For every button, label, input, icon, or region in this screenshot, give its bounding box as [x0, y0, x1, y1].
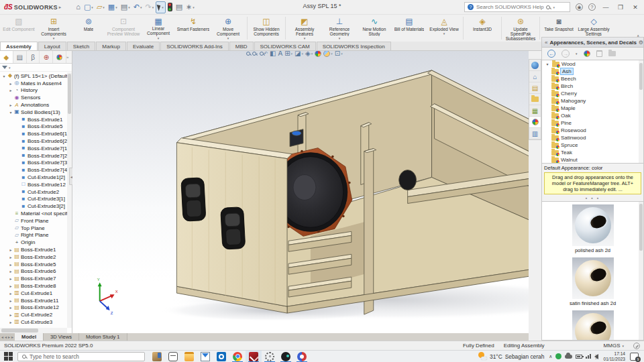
material-item-teak[interactable]: Teak [542, 149, 643, 156]
appearance-thumbnail-satin-finished-ash-2d[interactable]: satin finished ash 2d [542, 257, 643, 306]
forward-button[interactable]: → [561, 50, 570, 58]
help-search-input[interactable]: ? Search SOLIDWORKS Help ▾ [464, 2, 570, 12]
tray-chevron-icon[interactable]: ∧ [549, 354, 552, 359]
appearance-tree-scrollbar[interactable] [639, 60, 643, 163]
tray-antivirus-icon[interactable] [555, 353, 561, 359]
tree-horizontal-scrollbar[interactable] [0, 328, 67, 333]
tree-item-boss-extrude12[interactable]: ▸▤Boss-Extrude12 [0, 304, 67, 312]
outlook-taskbar-icon[interactable] [213, 351, 229, 362]
open-folder-icon[interactable] [608, 51, 616, 56]
tree-vertical-scrollbar[interactable] [67, 72, 72, 328]
material-folder-wood[interactable]: ▾Wood [542, 60, 643, 68]
ribbon-linear-component-pattern-button[interactable]: ▦Linear Component Pattern▾ [141, 15, 176, 41]
expander-icon[interactable]: ▸ [8, 262, 13, 267]
save-button[interactable]: ▦▾ [107, 1, 119, 13]
redo-button[interactable]: ↷▾ [144, 1, 155, 13]
displaymanager-tab[interactable] [53, 51, 66, 63]
start-button[interactable] [3, 351, 13, 362]
tree-item-cut-extrude1-2[interactable]: ■Cut-Extrude1[2] [0, 174, 67, 181]
tree-item-boss-extrude2[interactable]: ▸▤Boss-Extrude2 [0, 253, 67, 261]
ribbon-bill-of-materials-button[interactable]: ▤Bill of Materials [392, 15, 427, 41]
settings-taskbar-icon[interactable] [262, 351, 278, 362]
search-icon[interactable] [546, 5, 550, 9]
design-library-icon[interactable]: ▤ [529, 82, 541, 94]
expander-icon[interactable]: ▸ [8, 291, 13, 296]
ribbon-show-hidden-components-button[interactable]: ◫Show Hidden Components [249, 15, 284, 41]
tray-wifi-icon[interactable] [586, 354, 591, 359]
tab-markup[interactable]: Markup [96, 42, 126, 50]
ribbon-mate-button[interactable]: ⊚Mate [71, 15, 106, 41]
speaker-box-model[interactable]: Y X Z [72, 51, 529, 339]
ribbon-move-component-button[interactable]: ⊕Move Component▾ [211, 15, 246, 41]
units-selector[interactable]: MMGS▾ [604, 343, 624, 349]
tree-item-sensors[interactable]: ◉Sensors [0, 94, 67, 101]
undo-button[interactable]: ↶▾ [132, 1, 144, 13]
tray-battery-icon[interactable] [576, 355, 582, 359]
expander-icon[interactable]: ▸ [8, 81, 13, 86]
expand-pane-icon[interactable]: « [545, 40, 547, 46]
expander-icon[interactable]: ▸ [8, 255, 13, 259]
tree-item-boss-extrude6[interactable]: ▸▤Boss-Extrude6 [0, 268, 67, 276]
tree-item-boss-extrude5[interactable]: ■Boss-Extrude5 [0, 123, 67, 131]
ribbon-reference-geometry-button[interactable]: ⊥Reference Geometry▾ [322, 15, 357, 41]
ribbon-insert-components-button[interactable]: ⊞Insert Components▾ [36, 15, 71, 41]
home-button[interactable]: ⌂ [74, 1, 82, 13]
ribbon-edit-component-button[interactable]: ▧Edit Component [1, 15, 36, 41]
file-properties-button[interactable]: ▤ [174, 1, 184, 13]
material-item-spruce[interactable]: Spruce [542, 141, 643, 149]
taskbar-clock[interactable]: 17:14 01/11/2023 [603, 351, 625, 361]
ribbon-component-preview-window-button[interactable]: ⊡Component Preview Window [106, 15, 141, 41]
tree-item-boss-extrude8[interactable]: ▸▤Boss-Extrude8 [0, 282, 67, 290]
tree-item-right-plane[interactable]: ▱Right Plane [0, 232, 67, 239]
tree-item-boss-extrude1[interactable]: ■Boss-Extrude1 [0, 116, 67, 123]
tray-onedrive-icon[interactable] [565, 355, 572, 359]
solidworks-resources-icon[interactable] [529, 60, 541, 71]
tab-sketch[interactable]: Sketch [67, 42, 95, 50]
configurationmanager-tab[interactable]: β [27, 51, 40, 63]
material-item-birch[interactable]: Birch [542, 82, 643, 90]
material-item-cherry[interactable]: Cherry [542, 90, 643, 97]
tree-item-material-not-specified[interactable]: ≡Material <not specified> [0, 210, 67, 217]
tree-item-front-plane[interactable]: ▱Front Plane [0, 217, 67, 225]
expander-icon[interactable]: ▸ [8, 305, 13, 310]
tree-item-boss-extrude7-4[interactable]: ■Boss-Extrude7[4] [0, 166, 67, 174]
dimxpertmanager-tab[interactable]: ⊕ [40, 51, 53, 63]
material-item-mahogany[interactable]: Mahogany [542, 97, 643, 105]
tree-item-boss-extrude7-1[interactable]: ■Boss-Extrude7[1] [0, 145, 67, 152]
expander-icon[interactable]: ▸ [8, 320, 13, 324]
tree-item-boss-extrude1[interactable]: ▸▤Boss-Extrude1 [0, 246, 67, 253]
expander-icon[interactable]: ▸ [8, 103, 13, 107]
ribbon-exploded-view-button[interactable]: ◬Exploded View▾ [427, 15, 462, 41]
material-item-ash[interactable]: Ash [542, 68, 643, 75]
tree-item-annotations[interactable]: ▸AAnnotations [0, 101, 67, 109]
expander-icon[interactable]: ▸ [8, 88, 13, 93]
file-explorer-icon[interactable] [529, 94, 541, 105]
expander-icon[interactable]: ▾ [8, 110, 13, 115]
open-button[interactable]: ▱▾ [95, 1, 106, 13]
tree-item-top-plane[interactable]: ▱Top Plane [0, 225, 67, 232]
pane-options-icon[interactable]: ⚙ [639, 40, 643, 46]
appearance-thumbnail-polished-ash-2d[interactable]: polished ash 2d [542, 204, 643, 253]
help-icon[interactable]: ? [588, 3, 596, 11]
tree-filter[interactable]: ▾ [0, 64, 72, 72]
select-button[interactable]: ▾ [156, 1, 166, 13]
tab-layout[interactable]: Layout [38, 42, 66, 50]
solidworks-taskbar-icon[interactable] [246, 351, 262, 362]
tree-item-f-spl-15-1-default-defa[interactable]: ▾◆(f) SPL 15<1> (Default) <<Defa [0, 72, 67, 80]
thumbnails-scrollbar[interactable] [639, 202, 643, 340]
appearances-icon[interactable] [529, 117, 541, 128]
tree-item-boss-extrude5[interactable]: ▸▤Boss-Extrude5 [0, 261, 67, 268]
options-button[interactable]: ∗▾ [184, 1, 196, 13]
tree-item-cut-extrude3-2[interactable]: ■Cut-Extrude3[2] [0, 202, 67, 210]
tree-item-origin[interactable]: +Origin [0, 239, 67, 246]
chrome-taskbar-icon[interactable] [229, 351, 246, 362]
expander-icon[interactable]: ▾ [1, 74, 7, 78]
tab-evaluate[interactable]: Evaluate [127, 42, 160, 50]
expander-icon[interactable]: ▸ [8, 276, 13, 281]
view-palette-icon[interactable]: ▦ [529, 105, 541, 117]
expander-icon[interactable]: ▸ [8, 312, 13, 317]
journal-taskbar-icon[interactable] [149, 351, 165, 362]
tabs-overflow-icon[interactable]: » [66, 51, 72, 63]
tree-item-boss-extrude11[interactable]: ▸▤Boss-Extrude11 [0, 297, 67, 304]
profile-taskbar-icon[interactable] [294, 351, 310, 362]
